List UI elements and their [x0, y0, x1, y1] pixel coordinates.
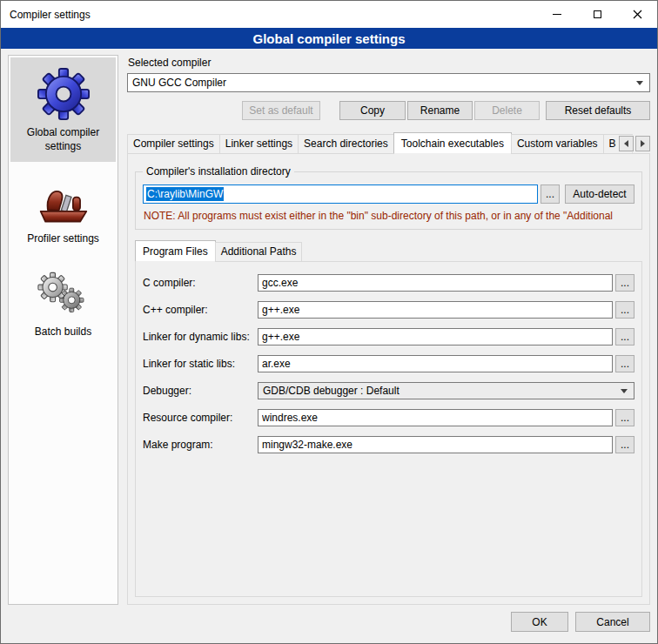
settings-category-sidebar: Global compiler settings Profiler settin… [8, 55, 118, 605]
chevron-down-icon [621, 389, 628, 393]
content-area: Selected compiler GNU GCC Compiler Set a… [127, 55, 650, 605]
cpp-compiler-input[interactable] [258, 301, 613, 319]
field-row-linker-dynamic: Linker for dynamic libs: ... [143, 328, 634, 345]
linker-static-input[interactable] [258, 355, 613, 372]
tab-search-directories[interactable]: Search directories [298, 134, 394, 154]
linker-dynamic-label: Linker for dynamic libs: [143, 331, 258, 343]
make-program-browse-button[interactable]: ... [615, 436, 634, 453]
minimize-button[interactable] [537, 1, 577, 28]
banner-title: Global compiler settings [252, 31, 405, 46]
dialog-footer: OK Cancel [1, 608, 657, 643]
make-program-input[interactable] [258, 436, 613, 453]
installation-directory-selected-text: C:\raylib\MinGW [146, 187, 224, 201]
debugger-dropdown[interactable]: GDB/CDB debugger : Default [258, 382, 634, 399]
reset-defaults-button[interactable]: Reset defaults [546, 101, 650, 120]
delete-button: Delete [474, 101, 540, 120]
selected-compiler-dropdown[interactable]: GNU GCC Compiler [127, 73, 650, 92]
titlebar: Compiler settings [1, 1, 657, 28]
copy-button[interactable]: Copy [339, 101, 406, 120]
bin-subdirectory-note: NOTE: All programs must exist either in … [144, 210, 634, 222]
rename-button[interactable]: Rename [407, 101, 473, 120]
sidebar-item-label: Global compiler settings [13, 126, 113, 153]
debugger-label: Debugger: [143, 385, 258, 397]
main-tab-bar: Compiler settings Linker settings Search… [127, 132, 650, 154]
installation-directory-row: C:\raylib\MinGW ... Auto-detect [143, 184, 634, 204]
field-row-make-program: Make program: ... [143, 436, 634, 453]
linker-static-label: Linker for static libs: [143, 358, 258, 370]
compiler-actions: Set as default Copy Rename Delete Reset … [127, 101, 650, 120]
tab-custom-variables[interactable]: Custom variables [511, 134, 604, 154]
profiler-tool-icon [38, 178, 89, 226]
selected-compiler-label: Selected compiler [128, 57, 650, 69]
tab-linker-settings[interactable]: Linker settings [219, 134, 299, 154]
c-compiler-browse-button[interactable]: ... [615, 274, 634, 292]
make-program-label: Make program: [143, 439, 258, 451]
installation-directory-browse-button[interactable]: ... [540, 184, 560, 204]
chevron-down-icon [636, 81, 643, 85]
cpp-compiler-label: C++ compiler: [143, 304, 258, 316]
linker-static-browse-button[interactable]: ... [615, 355, 634, 372]
c-compiler-input[interactable] [258, 274, 613, 292]
program-files-panel: C compiler: ... C++ compiler: ... Linker… [135, 261, 642, 597]
c-compiler-label: C compiler: [143, 277, 258, 289]
dialog-body: Global compiler settings Profiler settin… [1, 49, 657, 608]
sidebar-item-batch-builds[interactable]: Batch builds [10, 260, 116, 348]
sidebar-item-global-compiler-settings[interactable]: Global compiler settings [10, 57, 116, 162]
arrow-left-icon [624, 140, 628, 147]
set-as-default-button: Set as default [242, 101, 320, 120]
field-row-debugger: Debugger: GDB/CDB debugger : Default [143, 382, 634, 399]
tab-toolchain-executables[interactable]: Toolchain executables [393, 132, 512, 154]
tab-scroll-controls [616, 135, 650, 152]
compiler-settings-dialog: Compiler settings Global compiler settin… [0, 0, 658, 644]
compiler-gear-icon [37, 68, 90, 120]
tab-compiler-settings[interactable]: Compiler settings [127, 134, 220, 154]
auto-detect-button[interactable]: Auto-detect [565, 184, 634, 204]
cpp-compiler-browse-button[interactable]: ... [615, 301, 634, 319]
toolchain-executables-panel: Compiler's installation directory C:\ray… [127, 153, 650, 605]
linker-dynamic-input[interactable] [258, 328, 613, 345]
resource-compiler-label: Resource compiler: [143, 412, 258, 424]
maximize-button[interactable] [577, 1, 617, 28]
ok-button[interactable]: OK [511, 612, 568, 632]
field-row-resource-compiler: Resource compiler: ... [143, 409, 634, 426]
batch-builds-gears-icon [37, 271, 91, 319]
linker-dynamic-browse-button[interactable]: ... [615, 328, 634, 345]
field-row-cpp-compiler: C++ compiler: ... [143, 301, 634, 319]
resource-compiler-input[interactable] [258, 409, 613, 426]
sidebar-item-label: Profiler settings [27, 232, 99, 246]
installation-directory-group: Compiler's installation directory C:\ray… [135, 171, 642, 230]
installation-directory-input[interactable]: C:\raylib\MinGW [143, 184, 538, 204]
selected-compiler-value: GNU GCC Compiler [132, 77, 226, 89]
field-row-linker-static: Linker for static libs: ... [143, 355, 634, 372]
window-controls [537, 1, 657, 28]
installation-directory-group-title: Compiler's installation directory [143, 165, 294, 178]
tab-scroll-right-button[interactable] [635, 136, 650, 151]
debugger-selected-value: GDB/CDB debugger : Default [263, 385, 400, 397]
sidebar-item-label: Batch builds [35, 325, 91, 339]
close-icon [633, 10, 642, 19]
arrow-right-icon [641, 140, 645, 147]
window-title: Compiler settings [1, 9, 91, 21]
close-button[interactable] [617, 1, 657, 28]
program-tab-bar: Program Files Additional Paths [135, 240, 642, 262]
banner: Global compiler settings [1, 28, 657, 49]
maximize-icon [594, 10, 601, 18]
tab-additional-paths[interactable]: Additional Paths [215, 242, 303, 262]
tab-program-files[interactable]: Program Files [135, 240, 216, 262]
minimize-icon [553, 14, 561, 15]
resource-compiler-browse-button[interactable]: ... [615, 409, 634, 426]
field-row-c-compiler: C compiler: ... [143, 274, 634, 292]
tab-scroll-left-button[interactable] [619, 136, 634, 151]
cancel-button[interactable]: Cancel [575, 612, 650, 632]
sidebar-item-profiler-settings[interactable]: Profiler settings [10, 167, 116, 255]
